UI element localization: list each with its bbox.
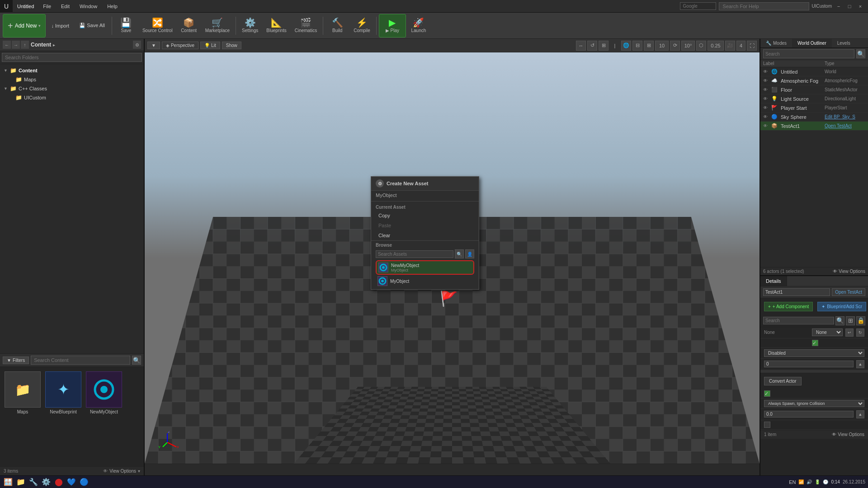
tree-item-cpp-classes[interactable]: ▼ 📁 C++ Classes <box>0 84 144 93</box>
taskbar-folder-button[interactable]: 📁 <box>15 477 26 488</box>
viewport-settings-button[interactable]: ▼ <box>147 42 160 49</box>
scale-snap[interactable]: ⬡ <box>696 41 706 51</box>
blueprints-button[interactable]: 📐 Blueprints <box>263 14 290 38</box>
play-button[interactable]: ▶ ▶ Play <box>379 14 406 38</box>
world-outliner-tab[interactable]: World Outliner <box>792 39 832 47</box>
content-item-maps[interactable]: 📁 Maps <box>5 371 41 414</box>
details-checkbox[interactable]: ✓ <box>812 340 818 346</box>
source-control-button[interactable]: 🔀 Source Control <box>139 14 176 38</box>
close-button[interactable]: × <box>856 2 864 10</box>
search-content-input[interactable] <box>31 356 130 365</box>
actor-name-input[interactable] <box>763 288 830 296</box>
perspective-button[interactable]: ◈ Perspective <box>162 42 198 49</box>
open-actor-button[interactable]: Open TestAct <box>832 288 865 296</box>
content-item-blueprint[interactable]: ✦ NewBlueprint <box>45 371 81 414</box>
settings-button[interactable]: ⚙️ Settings <box>238 14 262 38</box>
context-asset-newmyobject[interactable]: NewMyObject MyObject <box>376 260 474 275</box>
reset-to-default-button[interactable]: ↩ <box>845 328 854 337</box>
cinematics-button[interactable]: 🎬 Cinematics <box>291 14 321 38</box>
outliner-item-light-source[interactable]: 👁 💡 Light Source DirectionalLight <box>760 94 868 103</box>
modes-tab[interactable]: 🔧 Modes <box>760 39 792 47</box>
context-asset-myobject[interactable]: MyObject <box>376 275 474 287</box>
rotate-tool[interactable]: ↺ <box>587 41 597 51</box>
camera-speed[interactable]: 🎥 <box>725 41 735 51</box>
spawn-select[interactable]: Always Spawn, Ignore Collision <box>764 400 864 407</box>
convert-actor-button[interactable]: Convert Actor <box>764 377 802 385</box>
outliner-item-testact1[interactable]: 👁 📦 TestAct1 Open TestAct <box>760 122 868 131</box>
levels-tab[interactable]: Levels <box>832 39 856 47</box>
increment-button[interactable]: ▲ <box>856 360 864 368</box>
context-copy[interactable]: Copy <box>371 211 479 221</box>
build-button[interactable]: 🔨 Build <box>326 14 349 38</box>
taskbar-blue-button[interactable]: 💙 <box>66 477 77 488</box>
details-view-options[interactable]: 👁 View Options <box>832 432 864 437</box>
content-button[interactable]: 📦 Content <box>177 14 201 38</box>
taskbar-tool-button[interactable]: 🔧 <box>28 477 39 488</box>
details-search-input[interactable] <box>763 317 834 324</box>
details-float-input[interactable] <box>764 411 854 418</box>
minimize-button[interactable]: − <box>835 2 843 10</box>
nav-back-button[interactable]: ← <box>3 41 11 49</box>
context-search-button[interactable]: 🔍 <box>455 249 464 258</box>
lit-button[interactable]: 💡 Lit <box>200 42 220 49</box>
taskbar-gear-button[interactable]: ⚙️ <box>41 477 52 488</box>
folder-search-input[interactable] <box>2 53 142 62</box>
google-search-input[interactable] <box>680 2 716 10</box>
refresh-button[interactable]: ↻ <box>856 328 864 337</box>
outliner-item-sky-sphere[interactable]: 👁 🔵 Sky Sphere Edit BP_Sky_S <box>760 113 868 122</box>
grid-snap[interactable]: ⊞ <box>644 41 654 51</box>
tree-item-uicustom[interactable]: 📁 UICustom <box>0 93 144 102</box>
details-value-input[interactable] <box>764 361 854 367</box>
context-browse-button[interactable]: 👤 <box>465 249 474 258</box>
taskbar-windows-button[interactable]: 🪟 <box>3 477 14 488</box>
menu-help[interactable]: Help <box>103 2 122 11</box>
sky-sphere-type-link[interactable]: Edit BP_Sky_S <box>825 114 865 119</box>
outliner-item-floor[interactable]: 👁 ⬛ Floor StaticMeshActor <box>760 85 868 94</box>
tree-item-maps[interactable]: 📁 Maps <box>0 75 144 84</box>
outliner-view-options[interactable]: 👁 View Options <box>833 269 865 274</box>
outliner-item-player-start[interactable]: 👁 🚩 Player Start PlayerStart <box>760 103 868 113</box>
taskbar-circle-button[interactable]: 🔵 <box>79 477 90 488</box>
nav-forward-button[interactable]: → <box>12 41 20 49</box>
scale-tool[interactable]: ⊞ <box>599 41 609 51</box>
show-button[interactable]: Show <box>222 42 241 49</box>
menu-file[interactable]: File <box>38 2 56 11</box>
none-select[interactable]: None <box>812 328 843 336</box>
save-all-button[interactable]: 💾 Save All <box>75 14 109 38</box>
taskbar-red-button[interactable]: ⬤ <box>53 477 64 488</box>
maximize-button[interactable]: □ <box>845 2 854 10</box>
details-search-button[interactable]: 🔍 <box>835 316 844 325</box>
outliner-search-button[interactable]: 🔍 <box>856 49 865 58</box>
context-search-assets-input[interactable] <box>376 250 453 258</box>
disabled-select[interactable]: Disabled <box>764 349 864 357</box>
outliner-item-atmospheric-fog[interactable]: 👁 ☁️ Atmospheric Fog AtmosphericFog <box>760 76 868 85</box>
world-local-toggle[interactable]: 🌐 <box>621 41 631 51</box>
details-checkbox-3[interactable] <box>764 422 770 428</box>
surface-snapping[interactable]: ⊟ <box>632 41 642 51</box>
menu-window[interactable]: Window <box>75 2 102 11</box>
outliner-item-untitled[interactable]: 👁 🌐 Untitled World <box>760 67 868 76</box>
filters-button[interactable]: ▼ Filters <box>3 357 29 364</box>
add-component-button[interactable]: + + Add Component <box>764 302 813 311</box>
add-new-button[interactable]: + Add New ▾ <box>3 14 46 38</box>
save-button[interactable]: 💾 Save <box>114 14 138 38</box>
context-clear[interactable]: Clear <box>371 230 479 240</box>
translate-tool[interactable]: ↔ <box>576 41 586 51</box>
details-tab[interactable]: Details <box>760 276 787 286</box>
view-options-label[interactable]: View Options <box>109 469 136 474</box>
details-view-toggle[interactable]: ⊞ <box>846 316 855 325</box>
search-help-input[interactable] <box>719 2 809 10</box>
nav-up-button[interactable]: ↑ <box>21 41 29 49</box>
search-button[interactable]: 🔍 <box>132 356 141 365</box>
blueprint-add-script-button[interactable]: ✦ Blueprint/Add Scr <box>817 302 866 311</box>
outliner-search-input[interactable] <box>763 49 854 58</box>
maximize-viewport[interactable]: ⛶ <box>747 41 757 51</box>
details-checkbox-2[interactable]: ✓ <box>764 390 770 397</box>
details-lock-button[interactable]: 🔒 <box>856 316 865 325</box>
testact1-type-link[interactable]: Open TestAct <box>825 123 865 128</box>
angle-snap[interactable]: ⟳ <box>670 41 680 51</box>
marketplace-button[interactable]: 🛒 Marketplace <box>202 14 233 38</box>
menu-edit[interactable]: Edit <box>57 2 74 11</box>
launch-button[interactable]: 🚀 Launch <box>407 14 430 38</box>
increment-float-button[interactable]: ▲ <box>856 410 864 418</box>
